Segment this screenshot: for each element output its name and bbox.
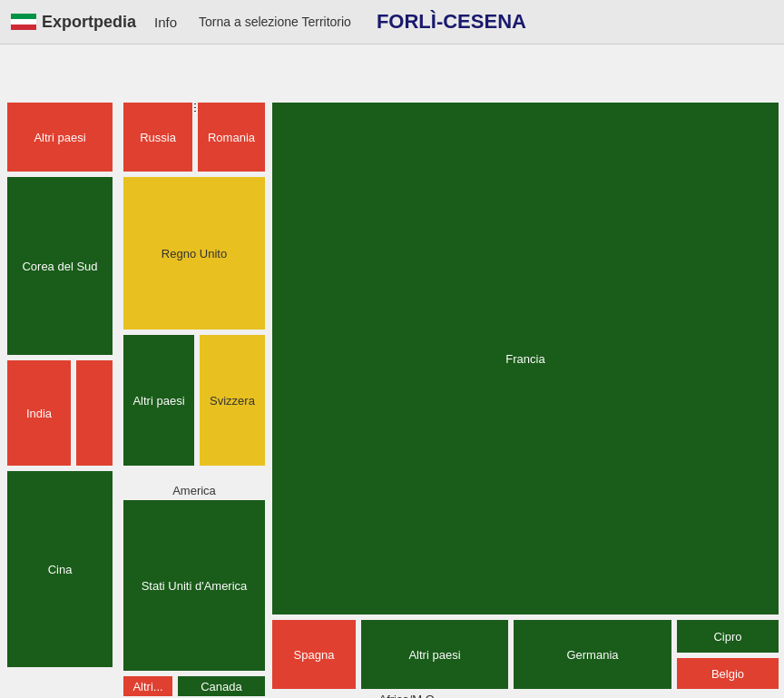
cell-corea-del-sud[interactable]: Corea del Sud bbox=[5, 175, 114, 357]
cell-belgio[interactable]: Belgio bbox=[675, 656, 780, 691]
cell-spagna[interactable]: Spagna bbox=[270, 618, 358, 691]
cell-cipro[interactable]: Cipro bbox=[675, 618, 780, 654]
logo-flag bbox=[11, 14, 36, 30]
cell-stati-uniti[interactable]: Stati Uniti d'America bbox=[122, 498, 267, 673]
cell-altri-paesi-asia[interactable]: Altri paesi bbox=[5, 101, 114, 173]
cell-romania[interactable]: Romania bbox=[196, 101, 267, 173]
cell-francia[interactable]: Francia bbox=[270, 101, 780, 616]
cell-germania[interactable]: Germania bbox=[512, 618, 673, 691]
page-title: FORLÌ-CESENA bbox=[377, 10, 526, 34]
cell-altri-paesi-uem[interactable]: Altri paesi bbox=[359, 618, 510, 691]
nav-info-button[interactable]: Info bbox=[154, 15, 177, 30]
cell-regno-unito[interactable]: Regno Unito bbox=[122, 175, 267, 331]
cell-india2[interactable] bbox=[74, 359, 114, 467]
cell-canada[interactable]: Canada bbox=[176, 674, 267, 698]
cell-svizzera[interactable]: Svizzera bbox=[198, 333, 267, 467]
cell-india[interactable]: India bbox=[5, 359, 73, 467]
cell-russia[interactable]: Russia bbox=[122, 101, 194, 173]
section-africa-mo: Africa/M.O. bbox=[336, 693, 481, 698]
logo: Exportpedia bbox=[11, 13, 136, 32]
cell-altri-am[interactable]: Altri... bbox=[122, 674, 174, 698]
cell-cina[interactable]: Cina bbox=[5, 469, 114, 669]
section-america: America bbox=[122, 484, 267, 497]
treemap: Asia/Oceania Resto Europa UEM America Af… bbox=[0, 44, 784, 698]
cell-altri-paesi-eu[interactable]: Altri paesi bbox=[122, 333, 196, 467]
nav-back-button[interactable]: Torna a selezione Territorio bbox=[199, 15, 351, 29]
logo-text: Exportpedia bbox=[42, 13, 136, 32]
